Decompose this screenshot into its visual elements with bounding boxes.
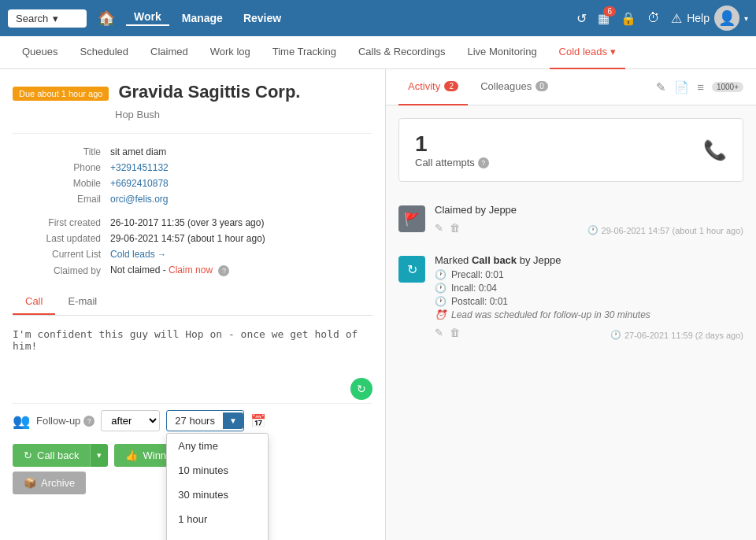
calendar-picker-icon[interactable]: 📅 bbox=[250, 413, 266, 428]
tab-email[interactable]: E-mail bbox=[55, 289, 109, 315]
claimed-action-icons: ✎ 🗑 bbox=[435, 222, 460, 234]
option-30min[interactable]: 30 minutes bbox=[167, 483, 268, 507]
alert-icon[interactable]: ⚠ bbox=[671, 11, 682, 26]
claim-help-icon[interactable]: ? bbox=[218, 265, 229, 276]
followup-help-icon[interactable]: ? bbox=[83, 416, 94, 427]
delete-callback-icon[interactable]: 🗑 bbox=[450, 327, 460, 338]
refresh-button[interactable]: ↻ bbox=[350, 378, 372, 400]
subnav-scheduled[interactable]: Scheduled bbox=[71, 36, 138, 69]
current-list-value: Cold leads → bbox=[110, 247, 371, 261]
time-select-display[interactable]: 27 hours ▼ bbox=[166, 410, 244, 431]
search-caret-icon: ▾ bbox=[53, 13, 58, 24]
incall-detail: 🕐 Incall: 0:04 bbox=[435, 283, 743, 294]
user-avatar[interactable]: 👤 bbox=[714, 6, 739, 31]
current-list-link[interactable]: Cold leads bbox=[110, 249, 155, 260]
first-created-label: First created bbox=[14, 216, 109, 230]
nav-manage[interactable]: Manage bbox=[174, 12, 231, 24]
avatar-dropdown-icon[interactable]: ▾ bbox=[744, 14, 748, 23]
lead-detail-panel: Due about 1 hour ago Gravida Sagittis Co… bbox=[0, 69, 386, 540]
email-label: Email bbox=[14, 192, 109, 206]
activity-item-callback: ↻ Marked Call back by Jeppe 🕐 Precall: 0… bbox=[386, 245, 756, 350]
mobile-link[interactable]: +6692410878 bbox=[110, 178, 169, 189]
incall-clock-icon: 🕐 bbox=[435, 283, 447, 294]
subnav-live-monitoring[interactable]: Live Monitoring bbox=[458, 36, 546, 69]
subnav-cold-leads[interactable]: Cold leads ▾ bbox=[550, 36, 625, 69]
email-value: orci@felis.org bbox=[110, 192, 371, 206]
doc-icon[interactable]: 📄 bbox=[674, 80, 689, 94]
archive-button[interactable]: 📦 Archive bbox=[13, 472, 86, 494]
precall-detail: 🕐 Precall: 0:01 bbox=[435, 269, 743, 280]
nav-review[interactable]: Review bbox=[235, 12, 289, 24]
callback-title: Marked Call back by Jeppe bbox=[435, 254, 743, 266]
subnav-worklog[interactable]: Work log bbox=[201, 36, 260, 69]
followup-timing-select[interactable]: after before bbox=[101, 410, 160, 431]
search-box[interactable]: Search ▾ bbox=[8, 9, 87, 28]
title-value: sit amet diam bbox=[110, 145, 371, 159]
lead-header: Due about 1 hour ago Gravida Sagittis Co… bbox=[13, 82, 372, 102]
activity-tab-activity[interactable]: Activity 2 bbox=[398, 69, 468, 105]
edit-claimed-icon[interactable]: ✎ bbox=[435, 222, 443, 234]
lead-company-name: Gravida Sagittis Corp. bbox=[118, 82, 300, 102]
call-back-button[interactable]: ↻ Call back bbox=[13, 444, 90, 467]
option-anytime[interactable]: Any time bbox=[167, 434, 268, 458]
list-icon[interactable]: ≡ bbox=[697, 80, 704, 94]
email-link[interactable]: orci@felis.org bbox=[110, 194, 169, 205]
note-footer: ↻ bbox=[13, 375, 372, 403]
nav-work[interactable]: Work bbox=[126, 10, 169, 26]
edit-icon[interactable]: ✎ bbox=[656, 80, 666, 94]
sub-navigation: Queues Scheduled Claimed Work log Time T… bbox=[0, 36, 756, 69]
last-updated-label: Last updated bbox=[14, 231, 109, 246]
help-link[interactable]: Help bbox=[687, 12, 710, 24]
info-row-spacer bbox=[14, 208, 371, 214]
subnav-claimed[interactable]: Claimed bbox=[141, 36, 198, 69]
lead-info-table: Title sit amet diam Phone +3291451132 Mo… bbox=[13, 143, 372, 279]
subnav-timetracking[interactable]: Time Tracking bbox=[263, 36, 346, 69]
callback-action-icons: ✎ 🗑 bbox=[435, 327, 460, 338]
delete-claimed-icon[interactable]: 🗑 bbox=[450, 222, 460, 234]
subnav-calls[interactable]: Calls & Recordings bbox=[349, 36, 455, 69]
flag-icon: 🚩 bbox=[398, 205, 425, 232]
activity-badge: 2 bbox=[444, 81, 458, 91]
info-row-phone: Phone +3291451132 bbox=[14, 161, 371, 175]
current-list-label: Current List bbox=[14, 247, 109, 261]
timer-icon[interactable]: ⏱ bbox=[647, 11, 660, 25]
nav-icon-group: ↺ ▦ 6 🔒 ⏱ ⚠ bbox=[576, 11, 682, 26]
info-row-first-created: First created 26-10-2017 11:35 (over 3 y… bbox=[14, 216, 371, 230]
calendar-icon[interactable]: ▦ 6 bbox=[598, 11, 610, 26]
winner-icon: 👍 bbox=[125, 449, 138, 461]
claimed-row-actions: ✎ 🗑 🕐 29-06-2021 14:57 (about 1 hour ago… bbox=[435, 220, 743, 235]
info-row-email: Email orci@felis.org bbox=[14, 192, 371, 206]
tab-call[interactable]: Call bbox=[13, 289, 55, 315]
list-arrow-icon: → bbox=[158, 250, 166, 259]
claimed-timestamp: 🕐 29-06-2021 14:57 (about 1 hour ago) bbox=[587, 225, 743, 235]
call-attempts-card: 1 Call attempts ? 📞 bbox=[398, 118, 743, 182]
option-10min[interactable]: 10 minutes bbox=[167, 458, 268, 483]
option-1hour[interactable]: 1 hour bbox=[167, 507, 268, 531]
time-select-value: 27 hours bbox=[167, 411, 223, 431]
main-content: Due about 1 hour ago Gravida Sagittis Co… bbox=[0, 69, 756, 540]
activity-tab-icons: ✎ 📄 ≡ 1000+ bbox=[656, 80, 743, 94]
phone-label: Phone bbox=[14, 161, 109, 175]
top-navigation: Search ▾ 🏠 Work Manage Review ↺ ▦ 6 🔒 ⏱ … bbox=[0, 0, 756, 36]
home-icon[interactable]: 🏠 bbox=[98, 9, 115, 27]
subnav-queues[interactable]: Queues bbox=[13, 36, 68, 69]
phone-link[interactable]: +3291451132 bbox=[110, 162, 169, 173]
info-row-mobile: Mobile +6692410878 bbox=[14, 176, 371, 190]
time-select-container: 27 hours ▼ Any time 10 minutes 30 minute… bbox=[166, 410, 244, 431]
call-attempts-help-icon[interactable]: ? bbox=[478, 157, 489, 168]
activity-tab-colleagues[interactable]: Colleagues 0 bbox=[471, 69, 558, 105]
mobile-label: Mobile bbox=[14, 176, 109, 190]
archive-icon: 📦 bbox=[24, 477, 36, 489]
lock-icon[interactable]: 🔒 bbox=[621, 11, 636, 26]
note-textarea[interactable]: I'm confident this guy will Hop on - onc… bbox=[13, 325, 372, 372]
edit-callback-icon[interactable]: ✎ bbox=[435, 327, 443, 338]
claim-now-link[interactable]: Claim now bbox=[169, 264, 213, 276]
history-icon[interactable]: ↺ bbox=[576, 11, 587, 26]
time-select-arrow-icon: ▼ bbox=[223, 412, 243, 429]
option-21hours[interactable]: 21 hours bbox=[167, 531, 268, 540]
activity-item-claimed: 🚩 Claimed by Jeppe ✎ 🗑 🕐 29-06-2021 14:5… bbox=[386, 194, 756, 245]
cold-leads-dropdown-icon: ▾ bbox=[610, 46, 616, 57]
mobile-value: +6692410878 bbox=[110, 176, 371, 190]
list-count-badge: 1000+ bbox=[712, 82, 743, 92]
call-back-dropdown-button[interactable]: ▾ bbox=[90, 444, 108, 467]
